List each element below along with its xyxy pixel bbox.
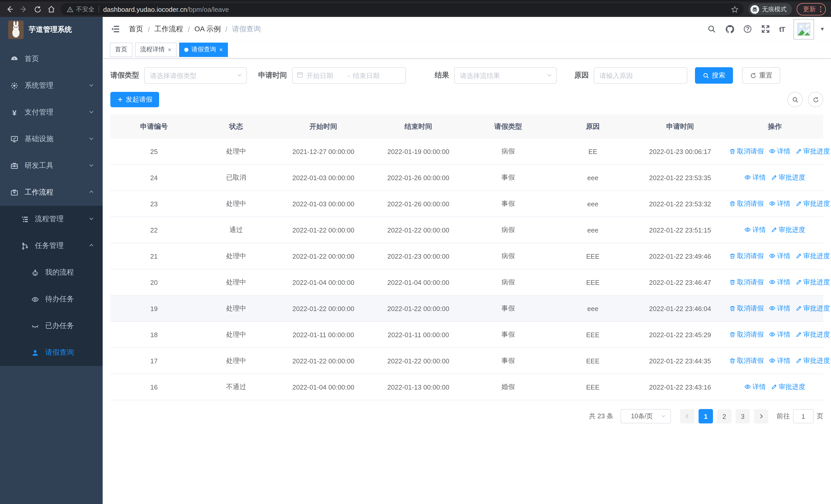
prev-page-button[interactable] [680, 409, 694, 423]
cancel-leave-link[interactable]: 取消请假 [729, 278, 764, 287]
detail-link[interactable]: 详情 [769, 278, 791, 287]
end-date-input[interactable] [352, 71, 392, 80]
table-row: 16不通过2022-01-04 00:00:002022-01-13 00:00… [110, 374, 823, 400]
reset-button[interactable]: 重置 [742, 67, 780, 84]
sidebar-item-todo-tasks[interactable]: 待办任务 [0, 286, 103, 313]
incognito-icon [750, 5, 759, 13]
cancel-leave-link[interactable]: 取消请假 [729, 356, 764, 366]
detail-link[interactable]: 详情 [769, 356, 791, 365]
cell-id: 22 [110, 217, 198, 243]
sidebar-item-process-management[interactable]: 流程管理 [0, 206, 103, 233]
leave-type-input[interactable] [149, 71, 235, 80]
cancel-leave-link[interactable]: 取消请假 [729, 147, 764, 156]
approval-progress-link[interactable]: 审批进度 [796, 330, 830, 339]
page-size-select[interactable] [621, 409, 671, 423]
avatar[interactable] [794, 19, 814, 39]
close-icon[interactable]: × [219, 46, 223, 53]
sidebar-item-devtools[interactable]: 研发工具 [0, 152, 103, 179]
toggle-search-button[interactable] [787, 92, 803, 107]
result-select[interactable] [454, 67, 557, 84]
approval-progress-link[interactable]: 审批进度 [796, 147, 830, 156]
sidebar-item-my-process[interactable]: 我的流程 [0, 259, 103, 286]
sidebar-item-system[interactable]: 系统管理 [0, 72, 103, 99]
detail-link[interactable]: 详情 [769, 147, 791, 156]
reason-field[interactable] [594, 67, 687, 84]
pagination: 共 23 条 123 前往 页 [110, 409, 823, 434]
sidebar-item-done-tasks[interactable]: 已办任务 [0, 313, 103, 339]
browser-forward-icon[interactable] [19, 5, 28, 14]
browser-reload-icon[interactable] [33, 5, 42, 14]
cell-reason: eee [552, 191, 634, 217]
tab-home[interactable]: 首页 [110, 42, 133, 57]
not-secure-warning[interactable]: 不安全 [67, 5, 94, 13]
browser-back-icon[interactable] [5, 5, 15, 14]
browser-menu-icon[interactable] [820, 6, 821, 12]
cell-id: 17 [110, 348, 198, 374]
sidebar-item-leave-query[interactable]: 请假查询 [0, 339, 103, 366]
approval-progress-link[interactable]: 审批进度 [796, 356, 830, 366]
detail-link[interactable]: 详情 [769, 251, 791, 261]
cell-id: 25 [110, 139, 198, 165]
help-icon[interactable] [743, 24, 752, 34]
detail-link[interactable]: 详情 [744, 173, 766, 182]
cell-leave-type: 事假 [464, 191, 552, 217]
branch-icon [21, 242, 29, 250]
apply-time-range[interactable]: - [292, 67, 406, 84]
approval-progress-link[interactable]: 审批进度 [796, 278, 830, 287]
approval-progress-link[interactable]: 审批进度 [771, 383, 805, 392]
bookmark-star-icon[interactable] [730, 5, 739, 14]
result-input[interactable] [459, 71, 545, 80]
github-icon[interactable] [725, 24, 735, 34]
update-button[interactable]: 更新 [796, 3, 826, 16]
detail-link[interactable]: 详情 [744, 382, 766, 392]
close-icon[interactable]: × [168, 46, 171, 53]
create-leave-button[interactable]: 发起请假 [110, 92, 159, 107]
leave-type-select[interactable] [144, 67, 247, 84]
page-button[interactable]: 2 [717, 409, 732, 423]
detail-link[interactable]: 详情 [769, 199, 791, 208]
goto-page-input[interactable] [793, 409, 813, 423]
sidebar-item-payment[interactable]: ¥ 支付管理 [0, 99, 103, 126]
sidebar-collapse-icon[interactable] [110, 24, 121, 34]
tab-leave-query[interactable]: 请假查询 × [179, 42, 228, 57]
approval-progress-link[interactable]: 审批进度 [796, 304, 830, 313]
cell-leave-type: 事假 [464, 165, 552, 191]
cancel-leave-link[interactable]: 取消请假 [729, 330, 764, 339]
breadcrumb-workflow[interactable]: 工作流程 [154, 24, 183, 34]
approval-progress-link[interactable]: 审批进度 [771, 226, 805, 235]
sidebar-item-infrastructure[interactable]: 基础设施 [0, 126, 103, 152]
cancel-leave-link[interactable]: 取消请假 [729, 199, 764, 209]
sidebar-item-workflow[interactable]: 工作流程 [0, 179, 103, 206]
breadcrumb-home[interactable]: 首页 [129, 24, 143, 34]
approval-progress-link[interactable]: 审批进度 [796, 199, 830, 209]
avatar-caret-icon[interactable]: ▼ [820, 26, 825, 32]
detail-link[interactable]: 详情 [769, 330, 791, 339]
refresh-table-button[interactable] [808, 92, 823, 107]
next-page-button[interactable] [754, 409, 768, 423]
reason-input[interactable] [599, 71, 683, 80]
cell-reason: eee [552, 217, 634, 243]
cell-actions: 详情审批进度 [726, 374, 823, 400]
browser-address-bar[interactable]: 不安全 dashboard.yudao.iocoder.cn/bpm/oa/le… [61, 3, 744, 16]
search-icon[interactable] [707, 24, 717, 34]
breadcrumb-oa-example[interactable]: OA 示例 [195, 24, 221, 34]
cancel-leave-link[interactable]: 取消请假 [729, 304, 764, 313]
page-button[interactable]: 1 [698, 409, 713, 423]
fullscreen-icon[interactable] [761, 24, 770, 34]
detail-link[interactable]: 详情 [744, 225, 766, 235]
cancel-leave-link[interactable]: 取消请假 [729, 252, 764, 261]
detail-link[interactable]: 详情 [769, 304, 791, 313]
approval-progress-link[interactable]: 审批进度 [796, 252, 830, 261]
search-button[interactable]: 搜索 [695, 67, 733, 84]
browser-home-icon[interactable] [47, 5, 56, 14]
sidebar-item-task-management[interactable]: 任务管理 [0, 233, 103, 259]
tab-process-detail[interactable]: 流程详情 × [135, 42, 177, 57]
page-button[interactable]: 3 [736, 409, 750, 423]
start-date-input[interactable] [306, 71, 345, 80]
page-size-input[interactable] [625, 412, 659, 420]
approval-progress-link[interactable]: 审批进度 [771, 173, 805, 182]
edit-icon [771, 384, 777, 390]
cell-reason: EE [552, 139, 634, 165]
sidebar-item-home[interactable]: 首页 [0, 46, 103, 72]
font-size-icon[interactable]: tT [779, 25, 785, 33]
